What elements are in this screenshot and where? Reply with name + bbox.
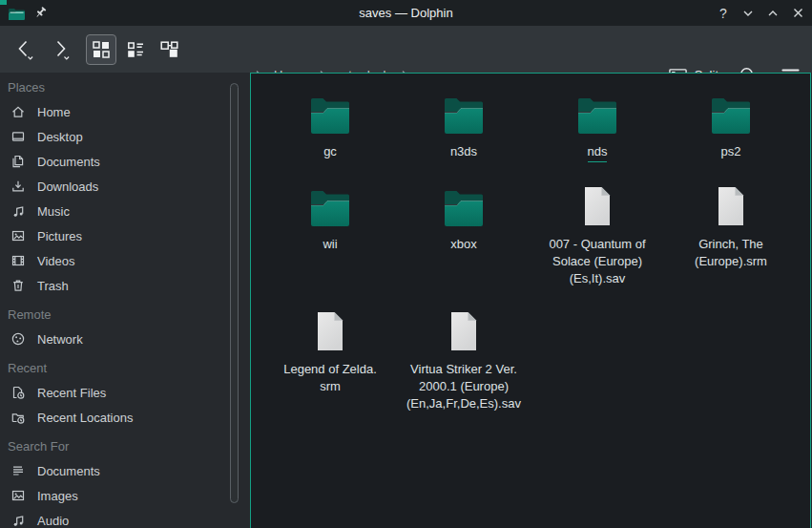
recent-files-icon xyxy=(10,385,26,401)
app-body: Places HomeDesktopDocumentsDownloadsMusi… xyxy=(0,73,812,528)
minimize-button[interactable] xyxy=(739,5,757,22)
file-item-legend-of-zelda-srm[interactable]: Legend of Zelda.srm xyxy=(263,308,397,395)
item-label: Virtua Striker 2 Ver.2000.1 (Europe)(En,… xyxy=(406,361,521,412)
sidebar-item-label: Trash xyxy=(37,279,69,293)
sidebar-item-music[interactable]: Music xyxy=(0,199,250,223)
sidebar-item-trash[interactable]: Trash xyxy=(0,273,250,298)
titlebar[interactable]: saves — Dolphin ? xyxy=(0,0,812,26)
main-toolbar: Homeretrodecksaves Split xyxy=(0,26,812,73)
folder-icon xyxy=(307,183,353,229)
dolphin-window: saves — Dolphin ? Homeretrodecksaves xyxy=(0,0,812,528)
sidebar-item-label: Videos xyxy=(37,254,75,268)
sidebar-section-remote: Remote xyxy=(0,302,250,327)
search-documents-icon xyxy=(10,463,26,479)
sidebar-section-recent: Recent xyxy=(0,355,250,380)
sidebar-item-label: Home xyxy=(37,105,71,119)
window-corner-accent xyxy=(0,0,7,5)
sidebar-item-network[interactable]: Network xyxy=(0,327,250,351)
sidebar-scrollbar-thumb[interactable] xyxy=(230,83,239,503)
folder-icon xyxy=(441,91,487,137)
sidebar-item-audio[interactable]: Audio xyxy=(0,508,250,528)
file-item-grinch-the-europe-srm[interactable]: Grinch, The(Europe).srm xyxy=(664,183,798,270)
window-controls: ? xyxy=(715,0,806,26)
sidebar-item-pictures[interactable]: Pictures xyxy=(0,223,250,248)
folder-icon xyxy=(708,91,754,137)
network-icon xyxy=(10,331,26,348)
item-label: nds xyxy=(588,143,608,162)
sidebar-item-home[interactable]: Home xyxy=(0,99,250,124)
sidebar-item-documents[interactable]: Documents xyxy=(0,149,250,174)
trash-icon xyxy=(10,278,26,294)
details-view-button[interactable] xyxy=(120,34,151,65)
recent-locations-icon xyxy=(10,410,26,426)
window-title: saves — Dolphin xyxy=(359,6,452,20)
tree-view-button[interactable] xyxy=(155,34,185,65)
file-icon xyxy=(708,183,754,229)
forward-button[interactable] xyxy=(44,33,76,66)
sidebar-section-search-for: Search For xyxy=(0,433,250,458)
file-icon xyxy=(307,308,353,354)
back-button[interactable] xyxy=(8,33,40,66)
folder-item-nds[interactable]: nds xyxy=(531,91,664,162)
downloads-icon xyxy=(10,179,26,195)
item-label: wii xyxy=(323,236,337,253)
sidebar-item-label: Audio xyxy=(37,514,69,528)
item-label: gc xyxy=(323,143,337,160)
sidebar-item-recent-locations[interactable]: Recent Locations xyxy=(0,405,250,430)
sidebar-item-label: Music xyxy=(37,204,70,219)
music-icon xyxy=(10,513,26,528)
item-label: 007 - Quantum ofSolace (Europe)(Es,It).s… xyxy=(549,236,645,287)
sidebar-item-label: Images xyxy=(37,489,78,503)
sidebar-item-label: Desktop xyxy=(37,130,83,144)
folder-item-xbox[interactable]: xbox xyxy=(397,183,531,253)
folder-icon xyxy=(307,91,353,137)
sidebar-item-label: Recent Locations xyxy=(37,411,133,425)
sidebar-item-downloads[interactable]: Downloads xyxy=(0,174,250,199)
item-label: Legend of Zelda.srm xyxy=(283,361,377,395)
chevron-up-icon xyxy=(766,7,780,20)
help-button[interactable]: ? xyxy=(715,5,732,22)
maximize-button[interactable] xyxy=(764,5,781,22)
item-label: xbox xyxy=(450,236,476,253)
desktop-icon xyxy=(10,129,26,145)
dolphin-folder-icon xyxy=(8,6,26,21)
sidebar-item-images[interactable]: Images xyxy=(0,483,250,508)
file-icon xyxy=(574,183,620,229)
folder-icon xyxy=(574,91,620,137)
home-icon xyxy=(10,104,26,120)
chevron-down-icon xyxy=(741,7,755,20)
sidebar-item-label: Documents xyxy=(37,155,100,169)
sidebar-item-recent-files[interactable]: Recent Files xyxy=(0,380,250,405)
forward-arrow-icon xyxy=(48,37,73,62)
music-icon xyxy=(10,203,26,220)
file-icon xyxy=(441,308,487,354)
pictures-icon xyxy=(10,228,26,244)
folder-view[interactable]: gcn3dsndsps2wiixbox007 - Quantum ofSolac… xyxy=(250,73,811,528)
close-button[interactable] xyxy=(789,5,806,22)
close-icon xyxy=(792,7,804,19)
icons-view-button[interactable] xyxy=(86,34,116,65)
sidebar-item-documents[interactable]: Documents xyxy=(0,458,250,483)
sidebar-item-videos[interactable]: Videos xyxy=(0,248,250,273)
details-view-icon xyxy=(125,39,146,60)
file-item-virtua-striker-2-ver-2000-1-europe-en-ja-fr-de-es-sav[interactable]: Virtua Striker 2 Ver.2000.1 (Europe)(En,… xyxy=(397,308,531,412)
folder-item-wii[interactable]: wii xyxy=(263,183,397,253)
sidebar-item-desktop[interactable]: Desktop xyxy=(0,124,250,149)
help-icon: ? xyxy=(719,6,727,21)
sidebar-section-places: Places xyxy=(0,74,250,99)
pictures-icon xyxy=(10,488,26,504)
item-label: Grinch, The(Europe).srm xyxy=(695,236,767,270)
pin-icon[interactable] xyxy=(34,6,48,20)
sidebar-item-label: Downloads xyxy=(37,180,98,194)
folder-item-ps2[interactable]: ps2 xyxy=(664,91,798,160)
sidebar-item-label: Recent Files xyxy=(37,386,106,400)
file-item-007-quantum-of-solace-europe-es-it-sav[interactable]: 007 - Quantum ofSolace (Europe)(Es,It).s… xyxy=(531,183,664,287)
file-grid: gcn3dsndsps2wiixbox007 - Quantum ofSolac… xyxy=(263,91,810,412)
back-arrow-icon xyxy=(11,37,36,62)
places-panel: Places HomeDesktopDocumentsDownloadsMusi… xyxy=(0,73,250,528)
folder-item-n3ds[interactable]: n3ds xyxy=(397,91,531,160)
documents-icon xyxy=(10,154,26,170)
item-label: ps2 xyxy=(721,143,741,160)
folder-item-gc[interactable]: gc xyxy=(263,91,397,160)
sidebar-item-label: Network xyxy=(37,332,83,347)
